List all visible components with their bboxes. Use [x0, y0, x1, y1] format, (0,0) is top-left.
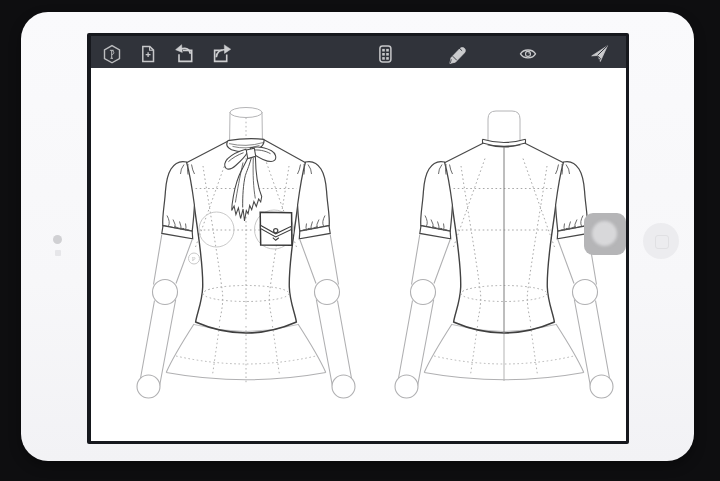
svg-text:P: P	[191, 255, 195, 263]
